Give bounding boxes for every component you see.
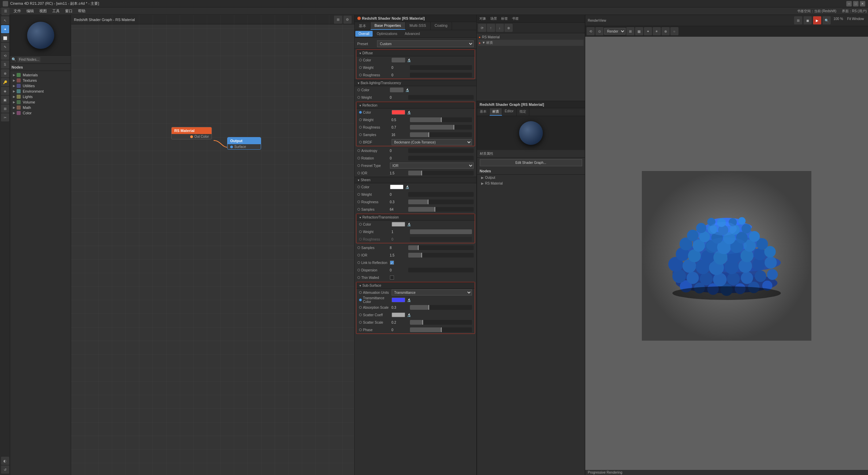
c4d-tool-1[interactable]: ⟳ <box>478 24 486 32</box>
node-item-utilities[interactable]: ▶ Utilities <box>10 83 71 89</box>
reflection-header[interactable]: Reflection <box>356 102 475 109</box>
toolbar-btn-12[interactable]: ✂ <box>1 113 9 121</box>
shader-graph-canvas[interactable]: Redshift Shader Graph - RS Material ⊞ ⚙ … <box>71 15 354 475</box>
render-tool-4[interactable]: ▦ <box>635 27 643 35</box>
refl-fresnel-select[interactable]: IOR <box>390 163 474 169</box>
sss-eyedropper[interactable]: 🔬 <box>407 298 411 302</box>
refr-thinwalled-dot[interactable] <box>357 276 360 279</box>
render-tool-1[interactable]: ⟲ <box>587 27 595 35</box>
refl-rotation-slider[interactable] <box>408 156 474 160</box>
refr-samples-dot[interactable] <box>357 246 360 249</box>
node-item-color[interactable]: ▶ Color <box>10 110 71 116</box>
node-item-math[interactable]: ▶ Math <box>10 105 71 110</box>
render-tool-7[interactable]: ⊕ <box>662 27 670 35</box>
refl-ior-dot[interactable] <box>357 172 360 174</box>
output-node[interactable]: Output Surface <box>227 137 261 150</box>
edit-shader-btn[interactable]: Edit Shader Graph... <box>480 159 582 166</box>
backlighting-header[interactable]: Back-lighting/Translucency <box>355 80 476 86</box>
subtab-advanced[interactable]: Advanced <box>401 31 423 37</box>
node-item-materials[interactable]: ▶ Materials <box>10 72 71 78</box>
refl-roughness-slider[interactable] <box>410 125 472 130</box>
render-canvas[interactable]: Progressive Rendering <box>585 37 868 475</box>
diffuse-header[interactable]: Diffuse <box>356 50 475 56</box>
refl-weight-slider[interactable] <box>410 117 472 122</box>
diffuse-roughness-dot[interactable] <box>359 74 362 76</box>
refl-anisotropy-dot[interactable] <box>357 149 360 152</box>
refl-color-swatch[interactable] <box>392 110 405 115</box>
refr-link-checkbox[interactable]: ✓ <box>390 261 394 265</box>
toolbar-btn-5[interactable]: ⟲ <box>1 52 9 60</box>
c4d-obj-2[interactable]: ● ▼ 材质 <box>478 40 584 46</box>
refr-eyedropper[interactable]: 🔬 <box>407 222 411 227</box>
sss-scatter-swatch[interactable] <box>392 312 405 317</box>
attr-tab-bookmarks[interactable]: 书签 <box>512 16 519 21</box>
tab-basic[interactable]: 基本 <box>355 22 371 30</box>
rs-material-port-out[interactable]: Out Color <box>172 134 212 139</box>
sss-attenuation-select[interactable]: Transmittance <box>392 289 472 296</box>
diffuse-weight-dot[interactable] <box>359 66 362 69</box>
refl-color-dot[interactable] <box>359 111 362 114</box>
render-btn-render[interactable]: ▶ <box>813 16 821 24</box>
c4d-obj-1[interactable]: ● RS Material <box>478 35 584 40</box>
c4d-tool-2[interactable]: ↑ <box>487 24 495 32</box>
node-item-textures[interactable]: ▶ Textures <box>10 78 71 83</box>
render-tool-3[interactable]: ⊞ <box>626 27 634 35</box>
sss-phase-dot[interactable] <box>359 328 362 331</box>
sheen-header[interactable]: Sheen <box>355 177 476 183</box>
sss-scatter-eyedropper[interactable]: 🔬 <box>407 312 411 317</box>
refr-roughness-slider[interactable] <box>410 237 472 242</box>
render-fit[interactable]: Fit Window <box>846 16 865 24</box>
output-port-surface[interactable]: Surface <box>228 144 261 149</box>
rs-material-node[interactable]: RS Material Out Color <box>171 127 212 139</box>
refl-eyedropper[interactable]: 🔬 <box>407 110 411 115</box>
refl-samples-dot[interactable] <box>359 133 362 136</box>
sss-scatter-coeff-dot[interactable] <box>359 314 362 316</box>
refr-link-dot[interactable] <box>357 261 360 264</box>
attr-tab-scene[interactable]: 场景 <box>490 16 497 21</box>
sheen-roughness-dot[interactable] <box>357 201 360 203</box>
refr-color-dot[interactable] <box>359 223 362 226</box>
menu-tools[interactable]: 工具 <box>50 8 62 14</box>
render-btn-3[interactable]: 🔍 <box>823 16 831 24</box>
refl-ior-slider[interactable] <box>408 171 474 175</box>
toolbar-btn-8[interactable]: 🔑 <box>1 78 9 86</box>
attr-tab-tags[interactable]: 标签 <box>501 16 508 21</box>
refl-brdf-dot[interactable] <box>359 141 362 144</box>
sss-phase-slider[interactable] <box>410 327 472 332</box>
diffuse-color-dot[interactable] <box>359 59 362 61</box>
toolbar-btn-bottom1[interactable]: ◐ <box>1 457 9 465</box>
node-item-environment[interactable]: ▶ Environment <box>10 89 71 94</box>
refl-fresnel-dot[interactable] <box>357 164 360 167</box>
maximize-btn[interactable]: □ <box>853 1 859 6</box>
c4d-tool-3[interactable]: ↓ <box>496 24 504 32</box>
sheen-weight-dot[interactable] <box>357 193 360 196</box>
render-tool-5[interactable]: ✦ <box>644 27 652 35</box>
sss-scatter-scale-dot[interactable] <box>359 321 362 324</box>
rs-tab-basic[interactable]: 基本 <box>477 108 490 116</box>
toolbar-btn-7[interactable]: ⊕ <box>1 69 9 77</box>
menu-edit[interactable]: 编辑 <box>24 8 37 14</box>
toolbar-btn-9[interactable]: ◈ <box>1 87 9 95</box>
render-btn-1[interactable]: ⊞ <box>794 16 802 24</box>
backlight-color-swatch[interactable] <box>390 88 403 92</box>
refr-roughness-dot[interactable] <box>359 238 362 241</box>
attr-tab-objects[interactable]: 对象 <box>479 16 486 21</box>
refl-weight-dot[interactable] <box>359 118 362 121</box>
refr-dispersion-slider[interactable] <box>408 268 474 272</box>
diffuse-weight-slider[interactable] <box>410 65 472 70</box>
refl-roughness-dot[interactable] <box>359 126 362 129</box>
toolbar-btn-11[interactable]: ⊞ <box>1 104 9 113</box>
find-nodes-btn[interactable]: Find Nodes... <box>18 57 40 62</box>
sss-absorption-slider[interactable] <box>410 305 472 310</box>
sheen-roughness-slider[interactable] <box>408 200 474 204</box>
sss-scatter-scale-slider[interactable] <box>410 320 472 325</box>
tab-coating[interactable]: Coating <box>431 22 452 30</box>
tab-base-properties[interactable]: Base Properties <box>371 22 406 30</box>
subtab-overall[interactable]: Overall <box>355 31 373 37</box>
sss-attenuation-dot[interactable] <box>359 291 362 294</box>
refraction-header[interactable]: Refraction/Transmission <box>356 214 475 221</box>
toolbar-btn-3[interactable]: ⬜ <box>1 34 9 42</box>
sss-transmittance-dot[interactable] <box>359 299 362 301</box>
refr-ior-slider[interactable] <box>408 253 474 258</box>
refr-dispersion-dot[interactable] <box>357 269 360 271</box>
